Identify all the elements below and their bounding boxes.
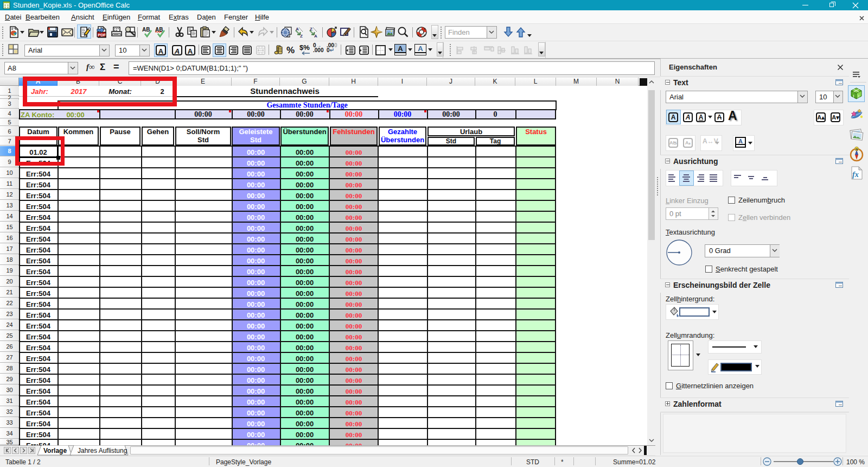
svg-text:PDF: PDF — [98, 33, 106, 37]
svg-text:N: N — [856, 148, 858, 151]
svg-text:AB: AB — [155, 27, 163, 33]
svg-text:AB: AB — [142, 27, 150, 33]
svg-text:fx: fx — [852, 171, 859, 179]
